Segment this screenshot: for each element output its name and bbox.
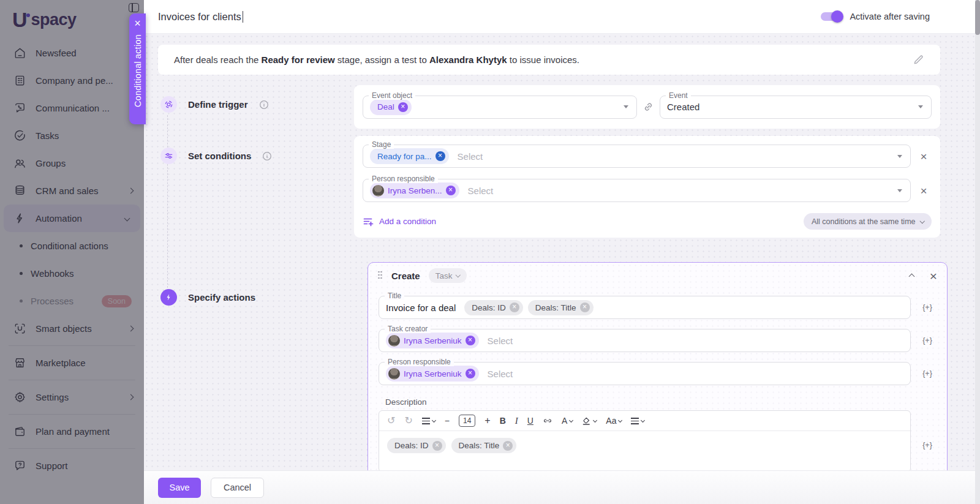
highlight-color-dropdown[interactable] bbox=[582, 416, 597, 426]
description-editor[interactable]: ↺ ↻ − 14 + B I U A bbox=[379, 410, 911, 470]
font-size-increase-button[interactable]: + bbox=[484, 416, 490, 426]
action-type-dropdown[interactable]: Task bbox=[429, 268, 467, 283]
chip-label: Iryna Serbeniuk bbox=[404, 369, 462, 378]
add-condition-button[interactable]: Add a condition bbox=[363, 216, 436, 227]
insert-variable-button[interactable]: {+} bbox=[918, 369, 937, 378]
text-case-dropdown[interactable]: Aa bbox=[606, 416, 622, 425]
bold-button[interactable]: B bbox=[500, 416, 506, 425]
automation-title-input[interactable]: Invoices for clients bbox=[158, 11, 241, 23]
event-value: Created bbox=[667, 102, 699, 112]
vertical-scrollbar[interactable] bbox=[975, 0, 980, 504]
chip-remove-icon[interactable]: × bbox=[503, 441, 513, 451]
chip-remove-icon[interactable]: × bbox=[580, 303, 590, 312]
collapse-card-icon[interactable] bbox=[908, 274, 914, 280]
event-object-select[interactable]: Event object Deal × bbox=[363, 96, 637, 119]
tab-label: Conditional action bbox=[133, 34, 143, 107]
chevron-down-icon bbox=[456, 273, 461, 277]
chip-remove-icon[interactable]: × bbox=[466, 336, 475, 345]
step-connector-line bbox=[167, 115, 168, 297]
text-cursor bbox=[243, 11, 244, 23]
section-title: Define trigger bbox=[188, 99, 248, 110]
insert-variable-button[interactable]: {+} bbox=[918, 441, 937, 449]
section-specify-actions: Specify actions bbox=[160, 289, 255, 306]
save-button[interactable]: Save bbox=[158, 478, 201, 498]
dropdown-arrow-icon bbox=[897, 155, 902, 158]
chip-task-creator: Iryna Serbeniuk × bbox=[386, 333, 479, 348]
chip-person: Iryna Serben... × bbox=[370, 182, 459, 198]
editor-footer: Save Cancel bbox=[144, 470, 975, 504]
insert-variable-button[interactable]: {+} bbox=[918, 303, 937, 312]
field-label: Event object bbox=[369, 91, 415, 100]
task-person-responsible-select[interactable]: Person responsible Iryna Serbeniuk × Sel… bbox=[379, 362, 911, 385]
avatar bbox=[372, 185, 384, 197]
font-size-value[interactable]: 14 bbox=[459, 415, 475, 427]
remove-condition-button[interactable]: × bbox=[916, 185, 932, 197]
drag-handle-icon[interactable] bbox=[378, 271, 383, 280]
align-dropdown[interactable] bbox=[631, 418, 644, 424]
chip-remove-icon[interactable]: × bbox=[432, 441, 442, 451]
redo-button[interactable]: ↻ bbox=[404, 416, 412, 426]
link-button[interactable] bbox=[543, 416, 552, 426]
remove-condition-button[interactable]: × bbox=[916, 151, 932, 162]
task-title-field[interactable]: Title Invoice for a deal Deals: ID × Dea… bbox=[379, 296, 911, 319]
editor-content: After deals reach the Ready for review s… bbox=[144, 34, 975, 470]
summary-part: stage, assign a test to bbox=[335, 55, 429, 65]
chip-label: Iryna Serbeniuk bbox=[404, 336, 462, 345]
chip-deals-id: Deals: ID × bbox=[387, 438, 446, 453]
trigger-step-icon bbox=[160, 96, 177, 113]
description-label: Description bbox=[385, 397, 937, 407]
conditions-footer: Add a condition All conditions at the sa… bbox=[363, 213, 932, 230]
text-color-dropdown[interactable]: A bbox=[562, 416, 573, 425]
close-icon[interactable]: × bbox=[930, 269, 937, 282]
chip-remove-icon[interactable]: × bbox=[510, 303, 519, 312]
select-placeholder: Select bbox=[488, 369, 513, 379]
underline-button[interactable]: U bbox=[527, 416, 533, 425]
chip-label: Deals: Title bbox=[459, 441, 500, 450]
create-action-card: Create Task × Title Invoice for a deal bbox=[368, 262, 948, 470]
chip-remove-icon[interactable]: × bbox=[435, 151, 445, 161]
chevron-down-icon bbox=[432, 418, 436, 422]
conditions-card: Stage Ready for pa... × Select × Person … bbox=[354, 136, 940, 238]
scrollbar-thumb[interactable] bbox=[975, 0, 980, 35]
select-placeholder: Select bbox=[458, 151, 483, 162]
edit-pencil-icon[interactable] bbox=[913, 54, 924, 66]
condition-row-stage: Stage Ready for pa... × Select × bbox=[363, 145, 932, 168]
person-responsible-select[interactable]: Person responsible Iryna Serben... × Sel… bbox=[363, 179, 911, 202]
playlist-add-icon bbox=[363, 216, 374, 227]
automation-summary-card: After deals reach the Ready for review s… bbox=[158, 45, 940, 75]
font-size-decrease-button[interactable]: − bbox=[445, 416, 450, 425]
chip-label: Deals: ID bbox=[394, 441, 429, 450]
link-icon bbox=[543, 416, 552, 426]
field-label: Title bbox=[385, 291, 404, 300]
action-type-label: Task bbox=[435, 271, 453, 280]
description-editor-body[interactable]: Deals: ID × Deals: Title × bbox=[379, 431, 910, 470]
activate-toggle[interactable] bbox=[821, 12, 842, 21]
editor-panel: Invoices for clients Activate after savi… bbox=[144, 0, 975, 504]
conditions-mode-dropdown[interactable]: All conditions at the same time bbox=[804, 213, 932, 230]
undo-button[interactable]: ↺ bbox=[387, 416, 395, 426]
chip-remove-icon[interactable]: × bbox=[398, 102, 408, 112]
title-row: Title Invoice for a deal Deals: ID × Dea… bbox=[379, 296, 937, 319]
ink-fill-icon bbox=[582, 416, 591, 426]
chip-deals-title: Deals: Title × bbox=[528, 300, 594, 315]
line-spacing-dropdown[interactable] bbox=[422, 418, 435, 424]
summary-part: to issue invoices. bbox=[507, 55, 579, 65]
insert-variable-button[interactable]: {+} bbox=[918, 336, 937, 345]
chip-remove-icon[interactable]: × bbox=[446, 186, 456, 195]
toggle-knob bbox=[831, 10, 843, 23]
event-select[interactable]: Event Created bbox=[660, 96, 932, 119]
cancel-button[interactable]: Cancel bbox=[211, 478, 264, 498]
conditional-action-tab[interactable]: × Conditional action bbox=[129, 13, 146, 124]
chip-deals-id: Deals: ID × bbox=[464, 300, 523, 315]
condition-row-person: Person responsible Iryna Serben... × Sel… bbox=[363, 179, 932, 202]
info-icon[interactable] bbox=[262, 151, 272, 161]
info-icon[interactable] bbox=[259, 100, 269, 110]
chevron-down-icon bbox=[618, 418, 622, 422]
rich-text-toolbar: ↺ ↻ − 14 + B I U A bbox=[379, 411, 910, 431]
close-icon[interactable]: × bbox=[134, 18, 141, 29]
italic-button[interactable]: I bbox=[515, 416, 518, 426]
chip-remove-icon[interactable]: × bbox=[466, 369, 475, 378]
stage-select[interactable]: Stage Ready for pa... × Select bbox=[363, 145, 911, 168]
task-creator-select[interactable]: Task creator Iryna Serbeniuk × Select bbox=[379, 329, 911, 352]
task-title-value: Invoice for a deal bbox=[386, 303, 456, 313]
